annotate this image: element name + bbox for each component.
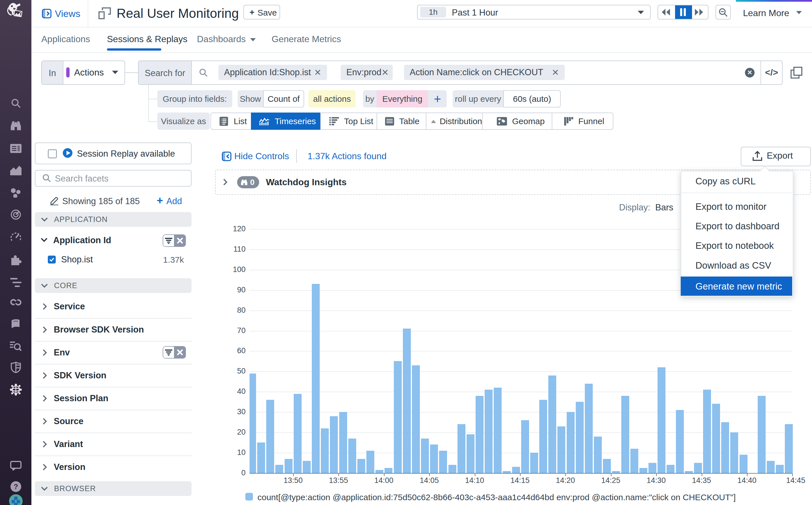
svg-text:?: ? [14,482,18,491]
